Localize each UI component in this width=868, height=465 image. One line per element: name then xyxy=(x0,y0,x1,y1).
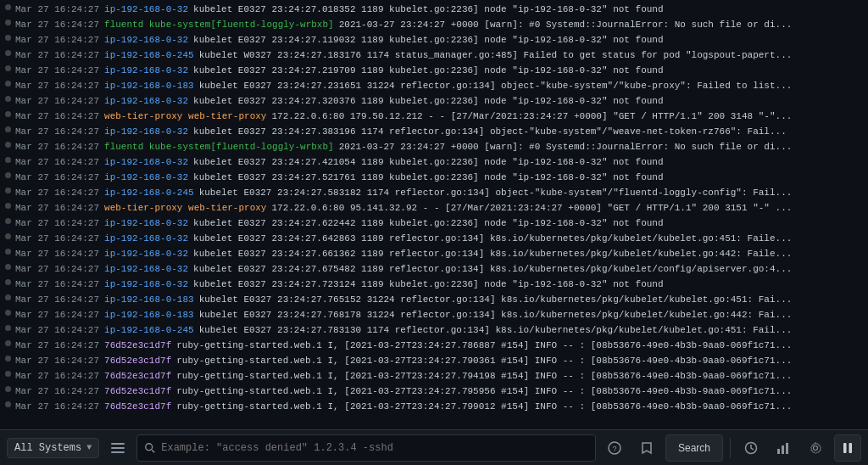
log-content: ruby-getting-started.web.1 I, [2021-03-2… xyxy=(176,399,792,414)
svg-rect-10 xyxy=(786,443,788,454)
log-indicator xyxy=(3,157,12,163)
log-timestamp: Mar 27 16:24:27 xyxy=(15,338,99,353)
hamburger-icon xyxy=(111,441,125,455)
log-indicator xyxy=(3,325,12,331)
log-timestamp: Mar 27 16:24:27 xyxy=(15,154,99,170)
log-content: kubelet E0327 23:24:27.723124 1189 kubel… xyxy=(193,277,664,292)
history-icon-button[interactable] xyxy=(737,434,765,462)
log-indicator xyxy=(3,96,12,102)
log-timestamp: Mar 27 16:24:27 xyxy=(15,292,99,307)
log-content: 172.22.0.6:80 179.50.12.212 - - [27/Mar/… xyxy=(271,109,792,124)
log-row: Mar 27 16:24:27web-tier-proxy web-tier-p… xyxy=(0,200,868,216)
log-row: Mar 27 16:24:27web-tier-proxy web-tier-p… xyxy=(0,109,868,124)
log-timestamp: Mar 27 16:24:27 xyxy=(15,277,99,292)
log-timestamp: Mar 27 16:24:27 xyxy=(15,2,99,17)
svg-rect-13 xyxy=(849,443,853,453)
log-content: ruby-getting-started.web.1 I, [2021-03-2… xyxy=(176,368,792,384)
log-source: ip-192-168-0-32 xyxy=(104,216,188,231)
settings-icon-button[interactable] xyxy=(802,434,829,462)
svg-text:?: ? xyxy=(612,445,616,453)
log-indicator xyxy=(3,65,12,71)
log-source: ip-192-168-0-32 xyxy=(104,154,188,170)
log-row: Mar 27 16:24:27ip-192-168-0-32kubelet E0… xyxy=(0,170,868,185)
bookmark-icon-button[interactable] xyxy=(633,434,660,462)
log-source: fluentd kube-system[fluentd-loggly-wrbxb… xyxy=(104,139,334,154)
log-row: Mar 27 16:24:27ip-192-168-0-32kubelet E0… xyxy=(0,154,868,170)
log-content: kubelet E0327 23:24:27.622442 1189 kubel… xyxy=(193,216,664,231)
svg-rect-1 xyxy=(111,447,125,449)
log-row: Mar 27 16:24:27ip-192-168-0-32kubelet E0… xyxy=(0,93,868,109)
log-timestamp: Mar 27 16:24:27 xyxy=(15,261,99,277)
svg-rect-12 xyxy=(843,443,847,453)
log-indicator xyxy=(3,249,12,255)
pause-button[interactable] xyxy=(834,434,861,462)
log-indicator xyxy=(3,188,12,193)
log-source: ip-192-168-0-183 xyxy=(104,307,194,322)
chart-icon-button[interactable] xyxy=(770,434,797,462)
log-content: 2021-03-27 23:24:27 +0000 [warn]: #0 Sys… xyxy=(339,17,793,32)
systems-dropdown[interactable]: All Systems ▼ xyxy=(7,438,99,458)
log-indicator xyxy=(3,386,12,392)
toolbar: All Systems ▼ ? Search xyxy=(0,429,868,465)
log-timestamp: Mar 27 16:24:27 xyxy=(15,48,99,63)
log-row: Mar 27 16:24:27ip-192-168-0-32kubelet E0… xyxy=(0,261,868,277)
log-content: ruby-getting-started.web.1 I, [2021-03-2… xyxy=(176,338,792,353)
log-content: kubelet E0327 23:24:27.018352 1189 kubel… xyxy=(193,2,664,17)
log-content: kubelet E0327 23:24:27.231651 31224 refl… xyxy=(199,78,793,93)
log-indicator xyxy=(3,81,12,87)
systems-label: All Systems xyxy=(14,442,81,454)
log-indicator xyxy=(3,111,12,117)
log-source: 76d52e3c1d7f xyxy=(104,384,171,399)
log-content: 172.22.0.6:80 95.141.32.92 - - [27/Mar/2… xyxy=(271,200,792,216)
log-timestamp: Mar 27 16:24:27 xyxy=(15,200,99,216)
log-row: Mar 27 16:24:27fluentd kube-system[fluen… xyxy=(0,139,868,154)
log-indicator xyxy=(3,4,12,10)
log-source: ip-192-168-0-32 xyxy=(104,246,188,261)
clock-icon xyxy=(744,441,758,455)
log-indicator xyxy=(3,279,12,285)
log-row: Mar 27 16:24:27ip-192-168-0-32kubelet E0… xyxy=(0,231,868,246)
log-content: kubelet E0327 23:24:27.765152 31224 refl… xyxy=(199,292,793,307)
svg-rect-8 xyxy=(777,449,780,454)
log-source: ip-192-168-0-245 xyxy=(104,185,194,200)
log-timestamp: Mar 27 16:24:27 xyxy=(15,368,99,384)
log-source: 76d52e3c1d7f xyxy=(104,353,171,368)
log-indicator xyxy=(3,233,12,239)
log-source: 76d52e3c1d7f xyxy=(104,399,171,414)
log-content: kubelet E0327 23:24:27.675482 1189 refle… xyxy=(193,261,792,277)
log-row: Mar 27 16:24:2776d52e3c1d7fruby-getting-… xyxy=(0,368,868,384)
log-source: fluentd kube-system[fluentd-loggly-wrbxb… xyxy=(104,17,334,32)
log-row: Mar 27 16:24:27ip-192-168-0-32kubelet E0… xyxy=(0,2,868,17)
search-area xyxy=(136,434,596,462)
log-row: Mar 27 16:24:27ip-192-168-0-32kubelet E0… xyxy=(0,216,868,231)
log-source: ip-192-168-0-245 xyxy=(104,48,194,63)
log-timestamp: Mar 27 16:24:27 xyxy=(15,63,99,78)
log-source: ip-192-168-0-32 xyxy=(104,93,188,109)
log-content: kubelet E0327 23:24:27.421054 1189 kubel… xyxy=(193,154,664,170)
menu-icon-button[interactable] xyxy=(104,434,131,462)
log-timestamp: Mar 27 16:24:27 xyxy=(15,307,99,322)
search-input[interactable] xyxy=(161,442,588,454)
search-button[interactable]: Search xyxy=(665,434,723,462)
log-source: ip-192-168-0-32 xyxy=(104,231,188,246)
log-source: web-tier-proxy web-tier-proxy xyxy=(104,109,266,124)
log-indicator xyxy=(3,264,12,270)
help-icon-button[interactable]: ? xyxy=(601,434,628,462)
log-indicator xyxy=(3,50,12,56)
log-timestamp: Mar 27 16:24:27 xyxy=(15,78,99,93)
log-row: Mar 27 16:24:2776d52e3c1d7fruby-getting-… xyxy=(0,399,868,414)
log-content: ruby-getting-started.web.1 I, [2021-03-2… xyxy=(176,353,792,368)
svg-point-3 xyxy=(146,443,153,450)
log-source: web-tier-proxy web-tier-proxy xyxy=(104,200,266,216)
log-indicator xyxy=(3,371,12,377)
log-timestamp: Mar 27 16:24:27 xyxy=(15,109,99,124)
log-source: ip-192-168-0-245 xyxy=(104,322,194,338)
log-indicator xyxy=(3,356,12,361)
log-indicator xyxy=(3,218,12,224)
svg-rect-2 xyxy=(111,451,125,453)
log-container: Mar 27 16:24:27ip-192-168-0-32kubelet E0… xyxy=(0,0,868,429)
log-timestamp: Mar 27 16:24:27 xyxy=(15,139,99,154)
log-content: ruby-getting-started.web.1 I, [2021-03-2… xyxy=(176,384,792,399)
log-timestamp: Mar 27 16:24:27 xyxy=(15,93,99,109)
log-content: kubelet E0327 23:24:27.661362 1189 refle… xyxy=(193,246,792,261)
